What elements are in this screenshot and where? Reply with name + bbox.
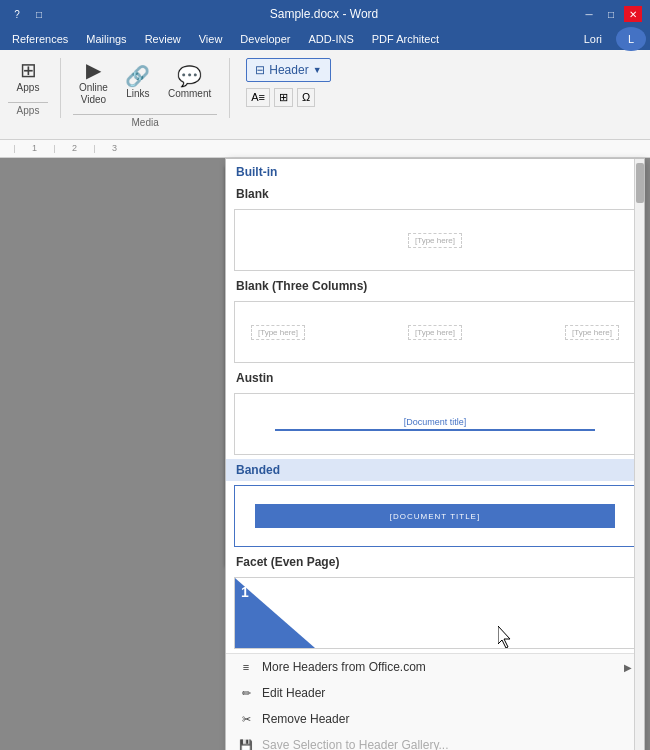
austin-preview-text: [Document title] — [275, 417, 595, 431]
three-col-template[interactable]: [Type here] [Type here] [Type here] — [234, 301, 636, 363]
ruler-mark-3: 3 — [94, 145, 134, 153]
help-button[interactable]: ? — [8, 6, 26, 22]
banded-preview: [DOCUMENT TITLE] — [235, 486, 635, 546]
save-selection-item: 💾 Save Selection to Header Gallery... — [226, 732, 644, 750]
insert-table-button[interactable]: ⊞ — [274, 88, 293, 107]
col2-text: [Type here] — [408, 325, 462, 340]
austin-preview: [Document title] — [235, 394, 635, 454]
apps-label: Apps — [17, 82, 40, 94]
insert-symbol-button[interactable]: Ω — [297, 88, 315, 107]
banded-template[interactable]: [DOCUMENT TITLE] — [234, 485, 636, 547]
header-section: ⊟ Header ▼ A≡ ⊞ Ω — [242, 54, 334, 111]
menu-developer[interactable]: Developer — [232, 31, 298, 47]
more-headers-icon: ≡ — [238, 659, 254, 675]
more-headers-label: More Headers from Office.com — [262, 660, 426, 674]
restore-button[interactable]: □ — [30, 6, 48, 22]
user-avatar[interactable]: L — [616, 27, 646, 51]
menu-view[interactable]: View — [191, 31, 231, 47]
menu-mailings[interactable]: Mailings — [78, 31, 134, 47]
window-title: Sample.docx - Word — [68, 7, 580, 21]
header-label: Header — [269, 63, 308, 77]
comment-label: Comment — [168, 88, 211, 100]
maximize-button[interactable]: □ — [602, 6, 620, 22]
edit-header-icon: ✏ — [238, 685, 254, 701]
dropdown-scrollbar[interactable] — [634, 159, 644, 750]
facet-number: 1 — [241, 584, 249, 600]
dropdown-section-title: Built-in — [226, 159, 644, 183]
main-area: net, consectetuer adipiscing elit. Mae v… — [0, 158, 650, 750]
links-label: Links — [126, 88, 149, 100]
media-buttons: ▶ OnlineVideo 🔗 Links 💬 Comment — [73, 54, 217, 110]
save-selection-icon: 💾 — [238, 737, 254, 750]
comment-button[interactable]: 💬 Comment — [162, 60, 217, 104]
context-menu: ≡ More Headers from Office.com ▶ ✏ Edit … — [226, 653, 644, 750]
edit-header-label: Edit Header — [262, 686, 325, 700]
apps-group-label: Apps — [8, 102, 48, 116]
more-headers-arrow: ▶ — [624, 662, 632, 673]
ribbon-group-media: ▶ OnlineVideo 🔗 Links 💬 Comment Media — [73, 54, 217, 128]
menu-addins[interactable]: ADD-INS — [301, 31, 362, 47]
ribbon-text-tools: A≡ ⊞ Ω — [246, 88, 330, 107]
banded-bar: [DOCUMENT TITLE] — [255, 504, 615, 528]
ribbon-separator-2 — [229, 58, 230, 118]
ribbon: ⊞ Apps Apps ▶ OnlineVideo 🔗 Links 💬 Comm… — [0, 50, 650, 140]
menu-references[interactable]: References — [4, 31, 76, 47]
blank-category-label: Blank — [226, 183, 644, 205]
online-video-label: OnlineVideo — [79, 82, 108, 106]
ruler: 1 2 3 — [0, 140, 650, 158]
ribbon-group-apps: ⊞ Apps Apps — [8, 54, 48, 116]
austin-template[interactable]: [Document title] — [234, 393, 636, 455]
header-dropdown-panel: Built-in Blank [Type here] Blank (Three … — [225, 158, 645, 750]
header-icon: ⊟ — [255, 63, 265, 77]
remove-header-item[interactable]: ✂ Remove Header — [226, 706, 644, 732]
ruler-mark-2: 2 — [54, 145, 94, 153]
col3-text: [Type here] — [565, 325, 619, 340]
blank-preview: [Type here] — [235, 210, 635, 270]
video-icon: ▶ — [86, 58, 101, 82]
menu-pdfarchitect[interactable]: PDF Architect — [364, 31, 447, 47]
header-dropdown-button[interactable]: ⊟ Header ▼ — [246, 58, 330, 82]
apps-button[interactable]: ⊞ Apps — [8, 54, 48, 98]
save-selection-label: Save Selection to Header Gallery... — [262, 738, 449, 750]
more-headers-item[interactable]: ≡ More Headers from Office.com ▶ — [226, 654, 644, 680]
three-col-preview: [Type here] [Type here] [Type here] — [235, 302, 635, 362]
edit-header-item[interactable]: ✏ Edit Header — [226, 680, 644, 706]
links-button[interactable]: 🔗 Links — [118, 60, 158, 104]
links-icon: 🔗 — [125, 64, 150, 88]
online-video-button[interactable]: ▶ OnlineVideo — [73, 54, 114, 110]
menu-bar: References Mailings Review View Develope… — [0, 28, 650, 50]
ribbon-separator-1 — [60, 58, 61, 118]
menu-review[interactable]: Review — [137, 31, 189, 47]
ruler-marks: 1 2 3 — [14, 145, 134, 153]
ruler-mark-1: 1 — [14, 145, 54, 153]
remove-header-icon: ✂ — [238, 711, 254, 727]
facet-category-label: Facet (Even Page) — [226, 551, 644, 573]
minimize-button[interactable]: ─ — [580, 6, 598, 22]
austin-category-label: Austin — [226, 367, 644, 389]
title-bar: ? □ Sample.docx - Word ─ □ ✕ — [0, 0, 650, 28]
three-col-category-label: Blank (Three Columns) — [226, 275, 644, 297]
apps-icon: ⊞ — [20, 58, 37, 82]
text-format-button[interactable]: A≡ — [246, 88, 270, 107]
comment-icon: 💬 — [177, 64, 202, 88]
facet-preview: 1 — [235, 578, 635, 648]
blank-template[interactable]: [Type here] — [234, 209, 636, 271]
close-button[interactable]: ✕ — [624, 6, 642, 22]
three-col-preview-inner: [Type here] [Type here] [Type here] — [243, 325, 627, 340]
col1-text: [Type here] — [251, 325, 305, 340]
media-group-label: Media — [73, 114, 217, 128]
dropdown-scroll-area[interactable]: Built-in Blank [Type here] Blank (Three … — [226, 159, 644, 653]
banded-category-label: Banded — [226, 459, 644, 481]
blank-preview-text: [Type here] — [408, 233, 462, 248]
scrollbar-thumb[interactable] — [636, 163, 644, 203]
remove-header-label: Remove Header — [262, 712, 349, 726]
header-dropdown-arrow: ▼ — [313, 65, 322, 75]
menu-user[interactable]: Lori — [576, 31, 610, 47]
facet-template[interactable]: 1 — [234, 577, 636, 649]
